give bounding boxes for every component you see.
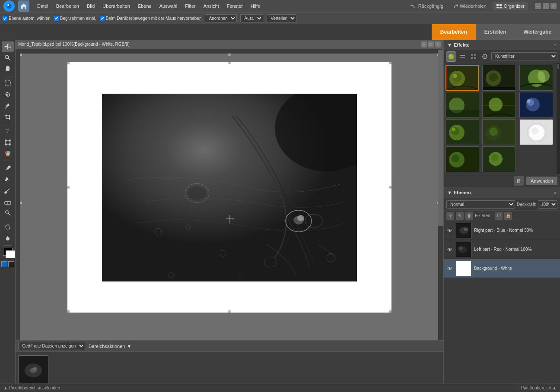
tool-crop[interactable] — [2, 112, 14, 122]
handle-top-left[interactable] — [20, 54, 22, 56]
hover-check[interactable]: Beim Darüberbewegen mit der Maus hervorh… — [100, 16, 202, 21]
fx-style-dropdown[interactable]: Kunstfilter — [491, 52, 557, 60]
tab-erstellen[interactable]: Erstellen — [476, 24, 515, 40]
close-button[interactable]: × — [550, 3, 557, 9]
maximize-button[interactable]: □ — [543, 3, 549, 9]
anordnen-dropdown[interactable]: Anordnen — [205, 14, 237, 22]
effect-thumb-11[interactable] — [482, 146, 516, 172]
effect-thumb-6[interactable] — [519, 92, 553, 118]
menu-auswahl[interactable]: Auswahl — [156, 2, 181, 10]
menu-ebene[interactable]: Ebene — [134, 2, 155, 10]
doc-handle-tl[interactable] — [67, 62, 70, 64]
layer-row-1[interactable]: 👁 Right part - Blue - Normal 50% — [444, 221, 560, 240]
tool-move[interactable] — [2, 41, 14, 52]
tab-weitergabe[interactable]: Weitergabe — [515, 24, 560, 40]
fx-icon-layers[interactable] — [458, 52, 467, 61]
organizer-button[interactable]: Organizer — [493, 2, 528, 10]
frame-check[interactable]: Begr.rahmen einbl. — [54, 16, 96, 21]
doc-handle-tr[interactable] — [389, 62, 391, 64]
lock-px-icon[interactable]: ✎ — [456, 212, 464, 220]
show-files-dropdown[interactable]: Geöffnete Dateien anzeigen — [18, 342, 85, 350]
effects-more[interactable]: » — [554, 43, 557, 47]
menu-bild[interactable]: Bild — [83, 2, 98, 10]
film-thumb-1[interactable] — [18, 355, 48, 386]
layer-eye-3[interactable]: 👁 — [446, 265, 453, 272]
lock-all-icon[interactable]: 🗑 — [465, 212, 473, 220]
tool-dodge[interactable] — [2, 233, 14, 243]
lock-checkbox-2[interactable]: 🔒 — [504, 212, 512, 220]
doc-handle-tm[interactable] — [229, 62, 231, 64]
color-black[interactable] — [8, 261, 14, 267]
tool-eraser[interactable] — [2, 196, 14, 207]
doc-handle-bl[interactable] — [67, 310, 70, 313]
effect-thumb-1[interactable] — [445, 65, 479, 91]
effect-thumb-2[interactable] — [482, 65, 516, 91]
layers-more[interactable]: » — [554, 190, 557, 195]
effect-thumb-7[interactable] — [445, 119, 479, 145]
tool-eyedropper[interactable] — [2, 163, 14, 173]
doc-handle-br[interactable] — [389, 310, 391, 313]
handle-mid-left[interactable] — [20, 202, 22, 204]
tool-zoom[interactable] — [2, 53, 14, 63]
lock-checkbox-1[interactable]: ☐ — [495, 212, 503, 220]
menu-hilfe[interactable]: Hilfe — [247, 2, 264, 10]
doc-handle-mr[interactable] — [389, 187, 391, 189]
moon-image[interactable] — [102, 94, 357, 281]
menu-filter[interactable]: Filter — [181, 2, 199, 10]
tool-blur[interactable] — [2, 222, 14, 232]
menu-fenster[interactable]: Fenster — [223, 2, 246, 10]
bereichsaktionen-button[interactable]: Bereichsaktionen ▼ — [89, 344, 131, 349]
menu-datei[interactable]: Datei — [34, 2, 52, 10]
tool-type[interactable]: T — [2, 126, 14, 136]
canvas-maximize[interactable]: □ — [428, 41, 434, 47]
canvas-content[interactable] — [20, 54, 439, 352]
minimize-button[interactable]: – — [535, 3, 541, 9]
layers-header[interactable]: ▼ Ebenen » — [444, 187, 560, 198]
layer-eye-2[interactable]: 👁 — [446, 246, 453, 253]
verteilen-dropdown[interactable]: Verteilen — [267, 14, 296, 22]
effect-thumb-10[interactable] — [445, 146, 479, 172]
tool-brush[interactable] — [2, 185, 14, 196]
tool-magic-wand[interactable] — [2, 101, 14, 111]
layer-row-2[interactable]: 👁 Left part - Red - Normal 100% — [444, 240, 560, 259]
menu-ueberarbeiten[interactable]: Überarbeiten — [99, 2, 134, 10]
canvas-minimize[interactable]: – — [421, 41, 427, 47]
delete-effect-button[interactable]: 🗑 — [514, 176, 524, 186]
handle-top-mid[interactable] — [229, 54, 231, 56]
effect-thumb-5[interactable] — [482, 92, 516, 118]
effect-thumb-9[interactable] — [519, 119, 553, 145]
home-button[interactable] — [18, 0, 29, 12]
undo-button[interactable]: Rückgängig — [408, 2, 446, 10]
palette-label[interactable]: Palettenbereich ▲ — [521, 386, 557, 390]
effect-thumb-8[interactable] — [482, 119, 516, 145]
vertical-scrollbar[interactable] — [438, 49, 443, 344]
ausr-dropdown[interactable]: Ausr. — [240, 14, 263, 22]
menu-ansicht[interactable]: Ansicht — [200, 2, 223, 10]
tool-clone[interactable] — [2, 208, 14, 218]
color-foreground[interactable] — [2, 247, 14, 259]
document-canvas[interactable] — [67, 62, 391, 313]
apply-effect-button[interactable]: Anwenden — [526, 177, 557, 185]
auto-select-check[interactable]: Ebene autom. wählen — [3, 16, 51, 21]
tool-lasso[interactable] — [2, 89, 14, 100]
fx-icon-grid[interactable] — [469, 52, 478, 61]
doc-handle-bm[interactable] — [229, 310, 231, 313]
effect-thumb-3[interactable] — [519, 65, 553, 91]
effect-thumb-4[interactable] — [445, 92, 479, 118]
tool-hand[interactable] — [2, 64, 14, 74]
layer-row-3[interactable]: 👁 Background - White — [444, 259, 560, 278]
fx-icon-circle[interactable] — [446, 52, 456, 61]
doc-handle-ml[interactable] — [67, 187, 70, 189]
menu-bearbeiten[interactable]: Bearbeiten — [53, 2, 83, 10]
lock-pos-icon[interactable]: ⊹ — [446, 212, 454, 220]
effects-scrollbar[interactable] — [557, 63, 560, 174]
layer-eye-1[interactable]: 👁 — [446, 227, 453, 234]
tool-effects[interactable] — [2, 149, 14, 159]
redo-button[interactable]: Wiederholen — [449, 2, 489, 10]
hide-project-label[interactable]: ▲ Projektbereich ausblenden — [3, 386, 60, 390]
tool-transform[interactable] — [2, 137, 14, 148]
color-blue[interactable] — [1, 261, 7, 267]
opacity-dropdown[interactable]: 100% — [538, 200, 557, 209]
tool-marquee-rect[interactable] — [2, 78, 14, 89]
layer-mode-dropdown[interactable]: Normal — [446, 200, 515, 209]
